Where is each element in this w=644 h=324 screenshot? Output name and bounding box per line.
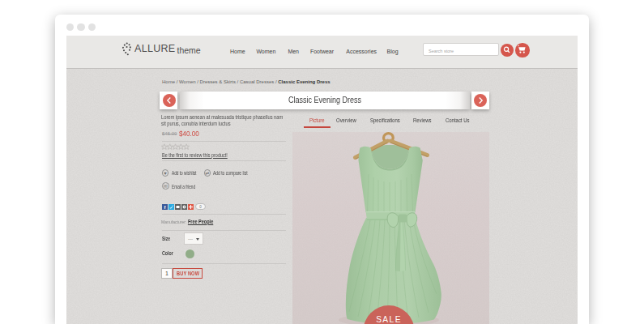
svg-text:SALE: SALE [376,314,402,323]
